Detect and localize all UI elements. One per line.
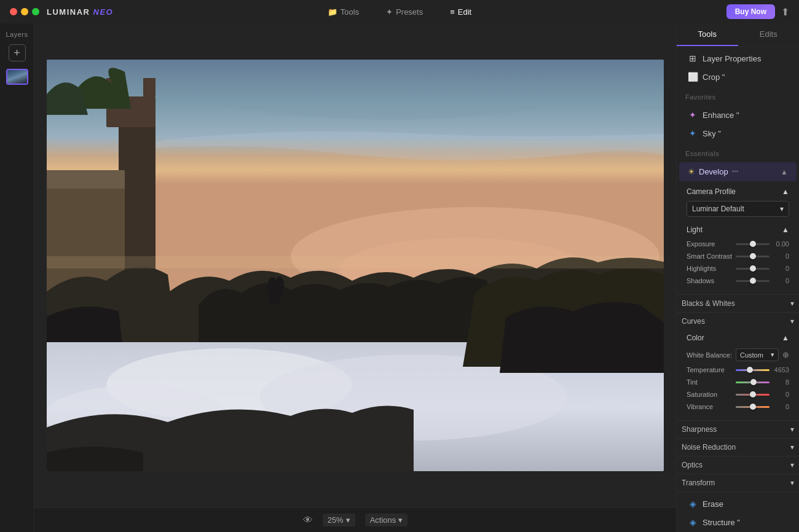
- saturation-slider[interactable]: [736, 394, 769, 396]
- vibrance-thumb[interactable]: [750, 404, 756, 410]
- exposure-value: 0.00: [769, 240, 789, 248]
- photo-frame: [47, 60, 664, 471]
- structure-label: Structure ": [703, 518, 740, 527]
- blacks-whites-label: Blacks & Whites: [682, 299, 735, 308]
- camera-profile-select[interactable]: Luminar Default ▾: [687, 201, 789, 217]
- right-panel-inner: ⊞ Layer Properties ⬜ Crop " Favorites ✦ …: [677, 47, 799, 532]
- shadows-row: Shadows 0: [687, 277, 789, 284]
- share-icon[interactable]: ⬆: [781, 6, 789, 18]
- blacks-whites-row[interactable]: Blacks & Whites ▾: [677, 294, 799, 312]
- color-label: Color: [687, 334, 704, 342]
- saturation-thumb[interactable]: [750, 391, 756, 397]
- edit-label: Edit: [458, 7, 471, 17]
- highlights-thumb[interactable]: [750, 265, 756, 272]
- catalog-nav[interactable]: 📁 Tools: [323, 5, 364, 19]
- crop-icon: ⬜: [688, 72, 698, 82]
- highlights-row: Highlights 0: [687, 265, 789, 272]
- structure-icon: ◈: [688, 517, 698, 527]
- shadows-thumb[interactable]: [750, 278, 756, 284]
- presets-icon: ✦: [386, 7, 393, 17]
- enhance-label: Enhance ": [703, 111, 739, 120]
- edit-nav[interactable]: ≡ Edit: [445, 5, 476, 19]
- buy-now-button[interactable]: Buy Now: [726, 4, 775, 19]
- exposure-label: Exposure: [687, 240, 736, 248]
- minimize-button[interactable]: [21, 8, 28, 15]
- catalog-icon: 📁: [328, 7, 337, 17]
- develop-collapse-icon[interactable]: ▲: [781, 168, 788, 176]
- maximize-button[interactable]: [32, 8, 39, 15]
- vibrance-label: Vibrance: [687, 403, 736, 410]
- sky-icon: ✦: [688, 128, 698, 138]
- light-header[interactable]: Light ▲: [682, 222, 794, 238]
- light-collapse-icon: ▲: [782, 225, 789, 234]
- presets-label: Presets: [396, 7, 423, 17]
- color-section: Color ▲ White Balance: Custom ▾ ⊕ Temper…: [677, 330, 799, 420]
- eyedropper-icon[interactable]: ⊕: [782, 350, 789, 359]
- window-controls[interactable]: [10, 8, 39, 15]
- develop-badge: ***: [732, 169, 739, 175]
- white-balance-select[interactable]: Custom ▾: [736, 348, 779, 361]
- vibrance-value: 0: [769, 403, 789, 410]
- exposure-slider[interactable]: [736, 243, 769, 245]
- tab-edits[interactable]: Edits: [738, 23, 800, 46]
- temperature-label: Temperature: [687, 366, 736, 374]
- favorites-label: Favorites: [677, 88, 799, 103]
- svg-rect-13: [47, 256, 664, 268]
- crop-item[interactable]: ⬜ Crop ": [679, 68, 797, 86]
- presets-nav[interactable]: ✦ Presets: [381, 5, 428, 19]
- sky-item[interactable]: ✦ Sky ": [679, 124, 797, 143]
- develop-header[interactable]: ☀ Develop *** ▲: [679, 162, 797, 181]
- app-logo: LUMINAR NEO: [47, 7, 113, 17]
- transform-row[interactable]: Transform ▾: [677, 474, 799, 491]
- curves-row[interactable]: Curves ▾: [677, 312, 799, 330]
- color-header[interactable]: Color ▲: [682, 330, 794, 346]
- highlights-slider[interactable]: [736, 268, 769, 270]
- essentials-label: Essentials: [677, 145, 799, 160]
- white-balance-value: Custom: [740, 351, 763, 359]
- actions-button[interactable]: Actions ▾: [365, 514, 408, 526]
- tint-thumb[interactable]: [750, 379, 757, 385]
- preview-eye-icon[interactable]: 👁: [303, 515, 313, 526]
- layer-properties-icon: ⊞: [688, 53, 698, 63]
- light-section: Light ▲ Exposure 0.00 Smart Contrast: [677, 222, 799, 294]
- erase-item[interactable]: ◈ Erase: [679, 495, 797, 513]
- app-name: LUMINAR NEO: [47, 7, 113, 17]
- curves-label: Curves: [682, 317, 705, 326]
- exposure-thumb[interactable]: [750, 241, 756, 247]
- sharpness-row[interactable]: Sharpness ▾: [677, 420, 799, 438]
- blacks-whites-collapse-icon: ▾: [790, 299, 794, 308]
- smart-contrast-slider[interactable]: [736, 256, 769, 257]
- smart-contrast-value: 0: [769, 252, 789, 260]
- close-button[interactable]: [10, 8, 17, 15]
- enhance-item[interactable]: ✦ Enhance ": [679, 106, 797, 124]
- optics-row[interactable]: Optics ▾: [677, 456, 799, 474]
- add-layer-button[interactable]: +: [9, 44, 26, 61]
- shadows-label: Shadows: [687, 277, 736, 284]
- tint-label: Tint: [687, 378, 736, 386]
- shadows-slider[interactable]: [736, 280, 769, 282]
- canvas-area: 👁 25% ▾ Actions ▾: [34, 23, 676, 532]
- camera-profile-value: Luminar Default: [692, 205, 744, 213]
- erase-icon: ◈: [688, 499, 698, 509]
- light-label: Light: [687, 225, 703, 234]
- temperature-slider[interactable]: [736, 369, 769, 371]
- tab-tools[interactable]: Tools: [677, 23, 738, 46]
- catalog-label: Tools: [340, 7, 359, 17]
- saturation-label: Saturation: [687, 391, 736, 398]
- right-panel: Tools Edits ⊞ Layer Properties ⬜ Crop " …: [676, 23, 799, 532]
- camera-profile-header[interactable]: Camera Profile ▲: [682, 184, 794, 200]
- vibrance-slider[interactable]: [736, 406, 769, 408]
- zoom-control[interactable]: 25% ▾: [323, 514, 355, 526]
- develop-label: Develop: [699, 167, 728, 176]
- temperature-thumb[interactable]: [747, 367, 753, 373]
- layer-properties-item[interactable]: ⊞ Layer Properties: [679, 49, 797, 68]
- develop-sun-icon: ☀: [688, 167, 695, 176]
- panel-tabs: Tools Edits: [677, 23, 799, 47]
- optics-label: Optics: [682, 461, 703, 469]
- light-sliders: Exposure 0.00 Smart Contrast 0: [682, 238, 794, 294]
- layer-thumbnail[interactable]: [6, 69, 28, 85]
- smart-contrast-thumb[interactable]: [750, 253, 756, 259]
- noise-reduction-row[interactable]: Noise Reduction ▾: [677, 438, 799, 456]
- tint-slider[interactable]: [736, 381, 769, 383]
- structure-item[interactable]: ◈ Structure ": [679, 513, 797, 531]
